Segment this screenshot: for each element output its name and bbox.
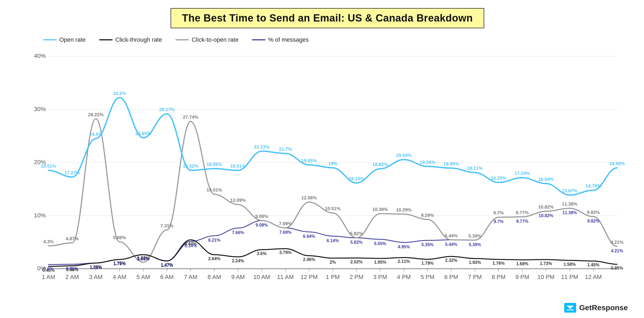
- svg-text:5.44%: 5.44%: [445, 242, 457, 247]
- svg-text:5.55%: 5.55%: [374, 241, 386, 246]
- svg-text:19%: 19%: [328, 161, 337, 166]
- svg-text:1.58%: 1.58%: [563, 262, 576, 267]
- svg-text:12.09%: 12.09%: [230, 198, 246, 203]
- svg-text:8 AM: 8 AM: [207, 274, 221, 280]
- svg-text:2.32%: 2.32%: [445, 258, 457, 263]
- svg-text:7.69%: 7.69%: [279, 230, 291, 235]
- svg-text:4.21%: 4.21%: [611, 249, 623, 253]
- svg-text:9.82%: 9.82%: [587, 219, 599, 223]
- svg-text:4 PM: 4 PM: [397, 274, 411, 280]
- legend-pct: % of messages: [252, 36, 309, 43]
- legend-line-pct: [252, 39, 265, 40]
- svg-text:18.51%: 18.51%: [41, 164, 56, 169]
- svg-text:17.27%: 17.27%: [64, 170, 80, 175]
- svg-text:2 AM: 2 AM: [65, 274, 79, 280]
- svg-text:4.95%: 4.95%: [398, 245, 410, 249]
- svg-text:1.76%: 1.76%: [493, 261, 505, 266]
- svg-text:2.66%: 2.66%: [137, 257, 149, 261]
- svg-text:10.38%: 10.38%: [372, 207, 388, 212]
- svg-text:11 AM: 11 AM: [277, 274, 294, 280]
- svg-text:21.7%: 21.7%: [279, 147, 292, 152]
- svg-text:5.82%: 5.82%: [350, 240, 362, 245]
- svg-text:14.01%: 14.01%: [207, 188, 222, 193]
- svg-text:3 AM: 3 AM: [89, 274, 103, 280]
- svg-text:12.56%: 12.56%: [301, 195, 317, 200]
- svg-text:2.24%: 2.24%: [232, 259, 244, 263]
- svg-text:5.35%: 5.35%: [421, 242, 434, 247]
- legend: Open rate Click-through rate Click-to-op…: [43, 36, 628, 43]
- svg-text:8 PM: 8 PM: [492, 274, 505, 280]
- svg-text:3.79%: 3.79%: [279, 250, 291, 255]
- legend-label-pct: % of messages: [268, 36, 309, 43]
- svg-text:10.51%: 10.51%: [325, 206, 341, 211]
- title-wrapper: The Best Time to Send an Email: US & Can…: [27, 8, 628, 28]
- svg-text:4.87%: 4.87%: [66, 236, 79, 241]
- svg-text:9.29%: 9.29%: [421, 213, 434, 218]
- svg-text:7 AM: 7 AM: [184, 274, 197, 280]
- svg-text:24.5%: 24.5%: [89, 132, 102, 137]
- svg-text:2.46%: 2.46%: [303, 257, 315, 262]
- svg-text:19.55%: 19.55%: [301, 158, 317, 163]
- svg-text:2.02%: 2.02%: [350, 260, 362, 264]
- svg-text:11.38%: 11.38%: [562, 210, 577, 215]
- svg-text:2 PM: 2 PM: [349, 274, 363, 280]
- svg-text:6.21%: 6.21%: [208, 238, 220, 242]
- svg-text:10%: 10%: [34, 212, 46, 219]
- legend-line-click: [99, 39, 113, 40]
- svg-text:5 AM: 5 AM: [137, 274, 150, 280]
- svg-text:1.79%: 1.79%: [421, 261, 434, 266]
- svg-text:9.77%: 9.77%: [516, 210, 529, 215]
- svg-text:2%: 2%: [330, 260, 336, 264]
- svg-text:10.82%: 10.82%: [539, 213, 553, 218]
- svg-text:2.64%: 2.64%: [208, 256, 220, 261]
- svg-text:9.08%: 9.08%: [256, 223, 268, 227]
- svg-text:12 PM: 12 PM: [300, 274, 318, 280]
- svg-text:12 AM: 12 AM: [585, 274, 602, 280]
- legend-open: Open rate: [43, 36, 86, 43]
- svg-text:10.29%: 10.29%: [396, 207, 412, 213]
- svg-text:5.06%: 5.06%: [113, 235, 126, 240]
- legend-label-cto: Click-to-open rate: [192, 36, 238, 43]
- svg-text:14.79%: 14.79%: [586, 183, 601, 189]
- svg-text:4 AM: 4 AM: [113, 274, 126, 280]
- legend-cto: Click-to-open rate: [175, 36, 238, 43]
- svg-text:0.8%: 0.8%: [44, 267, 53, 271]
- svg-text:5.39%: 5.39%: [468, 234, 481, 239]
- legend-label-click: Click-through rate: [115, 36, 162, 43]
- svg-text:7.69%: 7.69%: [279, 221, 292, 226]
- svg-text:10.82%: 10.82%: [538, 204, 554, 210]
- svg-text:27.74%: 27.74%: [183, 115, 199, 120]
- svg-text:13.87%: 13.87%: [562, 188, 577, 193]
- svg-text:5 PM: 5 PM: [421, 274, 434, 280]
- svg-text:0.85%: 0.85%: [66, 266, 78, 271]
- chart-svg: 0%10%20%30%40%1 AM2 AM3 AM4 AM5 AM6 AM7 …: [27, 48, 628, 290]
- svg-text:5.44%: 5.44%: [445, 233, 458, 238]
- svg-text:18.51%: 18.51%: [230, 164, 246, 169]
- svg-text:18.11%: 18.11%: [467, 166, 483, 171]
- svg-text:17.14%: 17.14%: [514, 171, 530, 176]
- svg-text:10 AM: 10 AM: [253, 274, 270, 280]
- svg-text:0.85%: 0.85%: [611, 266, 623, 270]
- svg-text:6.94%: 6.94%: [303, 234, 315, 239]
- svg-text:29.17%: 29.17%: [159, 107, 175, 112]
- svg-text:1.08%: 1.08%: [90, 265, 102, 270]
- svg-text:1.47%: 1.47%: [161, 263, 173, 268]
- svg-text:16.04%: 16.04%: [538, 177, 554, 182]
- brand-logo: GetResponse: [564, 303, 628, 313]
- brand-name: GetResponse: [579, 303, 628, 312]
- svg-text:11.38%: 11.38%: [562, 202, 577, 207]
- svg-text:6 AM: 6 AM: [160, 274, 174, 280]
- svg-text:9.08%: 9.08%: [255, 214, 268, 219]
- svg-text:1.95%: 1.95%: [374, 260, 386, 264]
- svg-text:4.3%: 4.3%: [43, 239, 54, 244]
- svg-text:28.22%: 28.22%: [88, 112, 104, 117]
- svg-text:9 PM: 9 PM: [515, 274, 529, 280]
- svg-text:18.52%: 18.52%: [183, 164, 199, 169]
- svg-text:20.54%: 20.54%: [396, 153, 412, 158]
- svg-text:9.7%: 9.7%: [494, 219, 503, 224]
- svg-text:40%: 40%: [34, 52, 46, 59]
- chart-title: The Best Time to Send an Email: US & Can…: [171, 8, 484, 28]
- svg-text:4.21%: 4.21%: [611, 240, 624, 245]
- svg-text:5.14%: 5.14%: [185, 243, 197, 248]
- svg-text:10 PM: 10 PM: [537, 274, 555, 280]
